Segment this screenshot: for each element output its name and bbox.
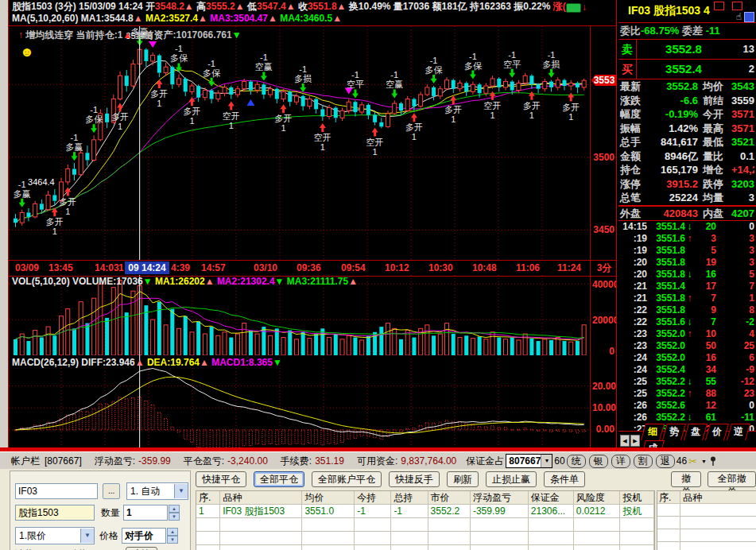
tab-盘[interactable]: 盘: [684, 424, 708, 440]
contract-input[interactable]: [15, 483, 98, 499]
cell: 0.0212: [574, 505, 621, 518]
trade-button-刷新[interactable]: 刷新: [447, 471, 479, 487]
text-segment: DEA:19.764: [147, 357, 200, 368]
price-input[interactable]: [122, 528, 166, 544]
period-label[interactable]: 3分: [591, 260, 617, 277]
退-button[interactable]: 退: [656, 455, 675, 468]
tab-细[interactable]: 细: [641, 424, 665, 440]
ask-row[interactable]: 卖 3552.8 13: [618, 40, 756, 60]
text-segment: 换10.49%: [349, 1, 394, 12]
mode-select[interactable]: 1. 自动▼: [126, 482, 188, 500]
tab-价[interactable]: 价: [705, 424, 729, 440]
text-segment: 3548.2: [155, 1, 184, 12]
window-maximize-icon[interactable]: [732, 2, 742, 10]
volume-chart[interactable]: [9, 275, 591, 355]
trade-button-全部平仓[interactable]: 全部平仓: [254, 471, 304, 487]
svg-text:-1: -1: [207, 59, 215, 68]
tick-row[interactable]: :223551.898: [618, 304, 756, 316]
tab-势[interactable]: 势: [662, 424, 686, 440]
spin-down-icon[interactable]: ▼: [167, 536, 178, 544]
chevron-down-icon[interactable]: ▼: [701, 459, 707, 464]
trade-button-快捷反手[interactable]: 快捷反手: [389, 471, 440, 487]
trade-button-全部账户平仓[interactable]: 全部账户平仓: [312, 471, 382, 487]
pending-orders-table[interactable]: 序.品种: [657, 490, 756, 550]
svg-text:空开: 空开: [314, 133, 331, 142]
time-tick-label: 10:30: [428, 262, 453, 273]
svg-text:多保: 多保: [85, 114, 103, 124]
svg-text:1: 1: [451, 114, 456, 124]
time-tick-label: 13:45: [48, 262, 73, 273]
instrument-title: IF03 股指1503 4: [628, 4, 710, 17]
全部撤单-button[interactable]: 全部撤单: [708, 471, 756, 487]
window-restore-icon[interactable]: [714, 2, 724, 10]
spin-down-icon[interactable]: ▼: [169, 513, 180, 521]
trade-button-止损止赢[interactable]: 止损止赢: [486, 471, 537, 487]
tick-list[interactable]: 14:153551.4↓200:193551.6↑33:193551.853:2…: [618, 220, 756, 436]
撤单-button[interactable]: 撤单: [671, 471, 701, 487]
tick-row[interactable]: :243552.0166: [618, 352, 756, 364]
tick-row[interactable]: :233552.05025: [618, 340, 756, 352]
tick-row[interactable]: :223551.6↓7-2: [618, 316, 756, 328]
cell: [196, 532, 220, 545]
spin-up-icon[interactable]: ▲: [167, 528, 178, 536]
tick-row[interactable]: :263552.2↓61-11: [618, 412, 756, 424]
scissors-icon[interactable]: ✂: [688, 455, 697, 467]
cell: [529, 518, 574, 532]
tick-row[interactable]: :203551.8↓165: [618, 269, 756, 281]
quantity-input[interactable]: [123, 505, 168, 521]
cell: [574, 545, 621, 550]
positions-table[interactable]: 序.品种均价今持总持市价浮动盈亏保证金风险度投机1IF03 股指15033551…: [196, 490, 655, 550]
tick-row[interactable]: :193551.853: [618, 245, 756, 257]
tick-row[interactable]: :203551.8193: [618, 257, 756, 269]
tab-逆[interactable]: 逆: [727, 424, 750, 440]
统-button[interactable]: 统: [567, 455, 586, 468]
axis-tick-label: 20.00: [592, 381, 614, 392]
quantity-stepper[interactable]: ▲▼: [169, 505, 180, 521]
银-button[interactable]: 银: [589, 455, 608, 468]
tick-row[interactable]: :213551.8↑71: [618, 292, 756, 304]
svg-text:多损: 多损: [294, 74, 312, 83]
text-segment: 量17036: [394, 1, 432, 12]
macd-chart[interactable]: [9, 355, 591, 447]
tick-row[interactable]: :253552.2↑8823: [618, 388, 756, 400]
panel-tabs: ◀ ▶ 细势盘价逆成: [618, 431, 756, 449]
text-segment: ▲: [122, 29, 134, 41]
cell: [529, 532, 574, 545]
详-button[interactable]: 详: [611, 455, 630, 468]
panel-mode-icon[interactable]: [744, 12, 754, 22]
account-select[interactable]: 807667▼: [506, 454, 552, 468]
tick-row[interactable]: :213551.4177: [618, 281, 756, 292]
svg-text:-1: -1: [260, 52, 268, 62]
tick-row[interactable]: :193551.6↑33: [618, 233, 756, 245]
tabs-scroll-left-button[interactable]: ◀: [620, 435, 630, 447]
svg-text:-1: -1: [71, 133, 79, 142]
contract-browse-button[interactable]: ...: [103, 483, 120, 499]
price-type-select[interactable]: 1.限价▼: [15, 527, 95, 544]
svg-text:空赢: 空赢: [386, 79, 403, 89]
time-axis[interactable]: 09 14:24 03/0913:4514:0314:3914:5703/100…: [9, 260, 591, 277]
pin-icon[interactable]: [709, 456, 717, 467]
割-button[interactable]: 割: [634, 455, 653, 468]
tick-row[interactable]: :253552.2↓55-12: [618, 376, 756, 388]
quantity-label: 数量: [101, 506, 120, 520]
trade-button-快捷平仓[interactable]: 快捷平仓: [196, 471, 246, 487]
price-stepper[interactable]: ▲▼: [167, 528, 178, 544]
main-candlestick-chart[interactable]: -1多赢多开1多开1-1多赢-1多保多开1-1多赢多开1-1多保多开1-1多保空…: [9, 26, 591, 260]
tick-row[interactable]: :233552.0↑104: [618, 328, 756, 340]
position-row[interactable]: 1IF03 股指15033551.0-1-13552.2-359.9921306…: [196, 505, 654, 518]
bid-row[interactable]: 买 3552.4 2: [618, 60, 756, 79]
text-segment: ▲: [348, 276, 358, 287]
cell: 总持: [391, 491, 428, 505]
margin-label: 保证金占: [466, 455, 504, 468]
text-segment: VOLUME:17036: [72, 276, 143, 287]
query-button[interactable]: 查询: [126, 547, 157, 550]
tick-row[interactable]: 14:153551.4↓200: [618, 221, 756, 233]
window-controls: [714, 2, 742, 10]
trade-button-条件单[interactable]: 条件单: [544, 471, 585, 487]
tick-row[interactable]: :243552.434-9: [618, 364, 756, 376]
spin-up-icon[interactable]: ▲: [169, 505, 180, 513]
tick-row[interactable]: :263552.6120: [618, 400, 756, 412]
chart-region: 股指1503 (3分) 15/03/09 14:24 开3548.2▲ 高355…: [8, 0, 617, 449]
tabs-scroll-right-button[interactable]: ▶: [630, 435, 640, 447]
text-segment: 委比: [620, 25, 641, 37]
